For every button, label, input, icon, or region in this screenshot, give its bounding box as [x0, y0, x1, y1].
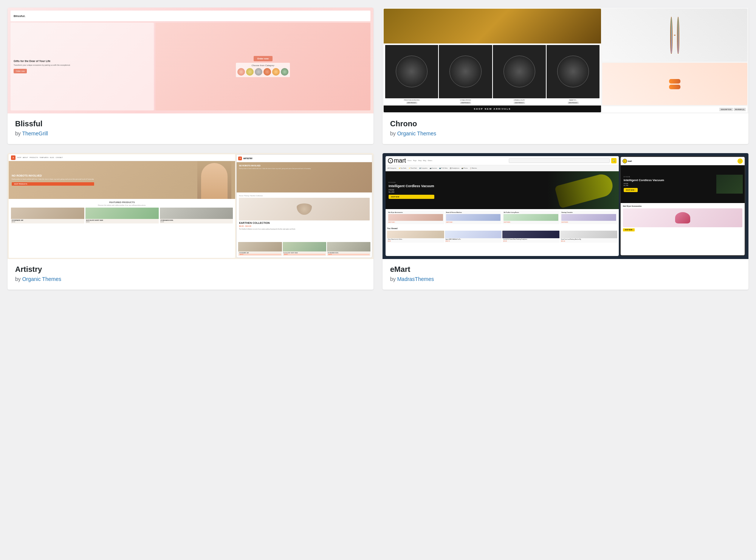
emart-mobile-header: e mart 🛒	[621, 157, 745, 165]
artistry-pottery-section: Home / Pottery / Earthen Collection EART…	[237, 192, 372, 240]
lens-right	[677, 17, 679, 54]
emart-logo-text: mart	[394, 157, 406, 164]
emart-viewed-img-3	[502, 231, 559, 238]
emart-cat-watches[interactable]: ⌚ Watches	[470, 168, 477, 169]
artistry-product-info-1: STONEWARE JAR $28.00	[11, 219, 84, 223]
emart-viewed-price-2: $100.79	[445, 240, 502, 243]
artistry-hero-title: NO ROBOTS INVOLVED	[12, 174, 94, 177]
artistry-author: by Organic Themes	[15, 276, 366, 282]
chrono-reviews-tab[interactable]: REVIEWS (0)	[734, 108, 746, 111]
emart-mobile-hero: DYSON Intelligent Cordless Vacuum FROM$1…	[621, 165, 745, 203]
artistry-pottery-img	[239, 198, 370, 220]
emart-cat-headphones[interactable]: 🎧 Headphones	[450, 168, 459, 169]
artistry-mobile-title: NO ROBOTS INVOLVED	[239, 164, 370, 167]
chrono-view-btn-2[interactable]: VIEW PRODUCT	[460, 102, 471, 104]
chrono-view-btn-1[interactable]: VIEW PRODUCT	[406, 102, 417, 104]
emart-subcat-shop-4[interactable]: SHOP NOW ›	[561, 222, 616, 223]
emart-viewed-price-3: $74.99	[502, 240, 559, 243]
emart-mobile-cart-icon[interactable]: 🛒	[737, 158, 743, 164]
emart-cat-tv[interactable]: 📺 TV & Video	[439, 168, 448, 169]
hairdryer-shape	[675, 212, 690, 223]
artistry-mobile-nav: A ARTISTRY	[237, 155, 372, 162]
emart-mobile-shop-btn[interactable]: SHOP NOW ›	[624, 188, 638, 192]
emart-cat-flash[interactable]: ⚡ Flash Sale	[409, 168, 417, 169]
nav-item-blog: BLOG	[50, 157, 54, 158]
blissful-categories: Choose from Category	[236, 63, 290, 77]
artistry-author-link[interactable]: Organic Themes	[22, 276, 61, 282]
arrow-icon-2: ›	[632, 229, 633, 231]
category-circle-4	[263, 68, 271, 76]
chrono-desc-tab[interactable]: DESCRIPTION	[719, 108, 733, 111]
artistry-featured-title: FEATURED PRODUCTS	[11, 201, 233, 203]
emart-subcat-img-4	[561, 214, 616, 221]
emart-cat-photos[interactable]: 📸 Photos	[462, 168, 468, 169]
chrono-watch-4	[547, 45, 600, 98]
artistry-mockup: A SHOP ABOUT PRODUCTS TEMPLATES BLOG CON…	[8, 153, 373, 259]
artistry-nav-text: SHOP ABOUT PRODUCTS TEMPLATES BLOG CONTA…	[17, 157, 63, 158]
blissful-hero-left: Gifts for the Dear of Your Life Transfor…	[11, 23, 154, 110]
artistry-bottom-product-1: STONEWARE JAR $28.00	[238, 242, 282, 256]
themes-grid: Blissful. Gifts for the Dear of Your Lif…	[8, 8, 748, 290]
chrono-banner: SHOP NEW ARRIVALS	[384, 105, 601, 112]
emart-viewed-grid: Home Steam Iron for Clothe... $1.69 Appl…	[387, 231, 617, 243]
artistry-bottom-info-2: SUCCULENT SHORT VASE $16.00	[283, 251, 326, 256]
emart-mobile-shop-label: SHOP NOW	[626, 189, 634, 191]
blissful-hero-btn[interactable]: Order now	[14, 69, 27, 73]
emart-nav-home: Home	[407, 160, 412, 161]
artistry-name: Artistry	[15, 265, 366, 274]
artistry-product-info-3: STONEWARE BOWL $14.00	[160, 219, 233, 223]
artistry-shop-btn[interactable]: SHOP PRODUCTS	[12, 182, 94, 186]
chrono-view-btn-3[interactable]: VIEW PRODUCT	[514, 102, 525, 104]
emart-subcat-3: Air Purifier Living Room SHOP NOW ›	[502, 211, 559, 224]
blissful-hero-right: Order now Choose from Category	[155, 23, 370, 110]
emart-search-button[interactable]: 🔍	[611, 158, 617, 163]
emart-hair-shop-btn[interactable]: SHOP NOW ›	[623, 228, 635, 231]
emart-subcat-name-2: Smart & Fitness Watches	[446, 212, 501, 213]
blissful-order-btn[interactable]: Order now	[254, 56, 273, 61]
chrono-author-link[interactable]: Organic Themes	[397, 130, 436, 137]
emart-search-input[interactable]	[509, 158, 609, 163]
emart-nav-others: Others	[428, 160, 432, 161]
small-glasses-2	[669, 85, 680, 89]
artistry-product-img-1	[11, 208, 84, 219]
nav-item-contact: CONTACT	[56, 157, 63, 158]
chrono-view-btn-4[interactable]: VIEW PRODUCT	[568, 102, 579, 104]
emart-author-link[interactable]: MadrasThemes	[397, 276, 434, 282]
emart-subcat-shop-1[interactable]: SHOP NOW ›	[388, 222, 443, 223]
emart-cat-computers[interactable]: 💻 Computers	[419, 168, 428, 169]
emart-subcat-4: Gaming Consoles SHOP NOW ›	[560, 211, 617, 224]
emart-mobile: e mart 🛒 DYSON Intelligent Cordless Vacu…	[620, 156, 745, 256]
artistry-featured-sub: Discover the artistry and craftsmanship …	[11, 204, 233, 206]
chrono-watch-1	[385, 45, 438, 98]
category-circle-1	[237, 68, 245, 76]
emart-cat-deals[interactable]: ⭐ Top Deals	[399, 168, 406, 169]
emart-subcat-shop-3[interactable]: SHOP NOW ›	[503, 222, 558, 223]
blissful-nav: Blissful.	[11, 11, 370, 21]
category-circle-5	[272, 68, 280, 76]
blissful-hero-title: Gifts for the Dear of Your Life	[14, 60, 151, 62]
emart-nav-items: Home Page Shop Blog Others	[407, 160, 507, 161]
chrono-name: Chrono	[390, 119, 741, 128]
artistry-product-img-2	[85, 208, 159, 219]
blissful-author-link[interactable]: ThemeGrill	[22, 130, 48, 137]
emart-nav-shop: Shop	[418, 160, 421, 161]
emart-subcat-shop-2[interactable]: SHOP NOW ›	[446, 222, 501, 223]
artistry-mobile-desc: Each product is hand-crafted with love. …	[239, 168, 370, 169]
emart-shop-btn[interactable]: SHOP NOW	[389, 195, 434, 199]
small-glasses-1	[669, 79, 680, 84]
chrono-hero-image	[384, 9, 601, 43]
emart-mockup: e mart Home Page Shop Blog Others 🔍	[383, 153, 748, 259]
theme-card-artistry: A SHOP ABOUT PRODUCTS TEMPLATES BLOG CON…	[8, 153, 373, 290]
chrono-product-name-4: SMARTSY...	[569, 99, 577, 101]
by-label-emart: by	[390, 276, 396, 282]
theme-card-blissful: Blissful. Gifts for the Dear of Your Lif…	[8, 8, 373, 144]
artistry-person	[197, 161, 231, 199]
arrow-icon: ›	[635, 189, 635, 191]
emart-cat-cameras[interactable]: 📷 Cameras	[430, 168, 437, 169]
chrono-product-name-3: URBANLUXURY	[514, 99, 525, 101]
emart-cat-all[interactable]: ≡ All Categories	[387, 168, 397, 169]
emart-subcat-name-1: Hair Dryer Accessories	[388, 212, 443, 213]
chrono-watch-2	[439, 45, 492, 98]
emart-viewed-item-3: S5-225750 Closest Basic Reclining Headph…	[502, 231, 559, 243]
theme-card-emart: e mart Home Page Shop Blog Others 🔍	[383, 153, 748, 290]
